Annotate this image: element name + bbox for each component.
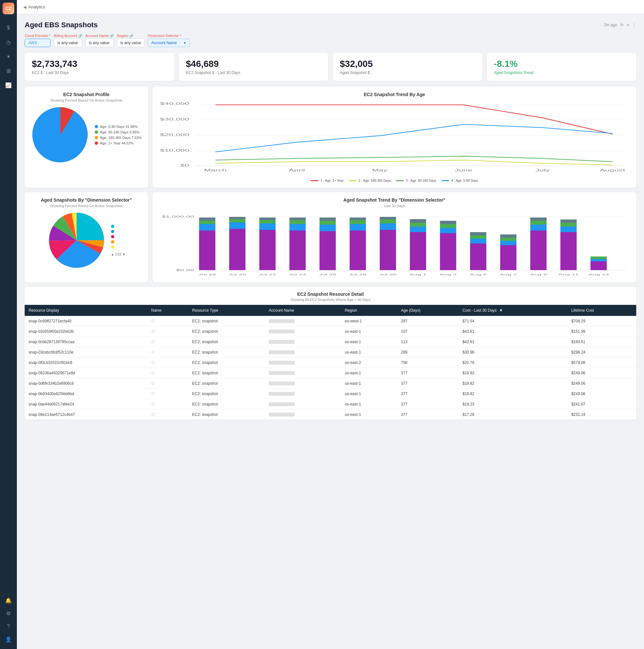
table-row: snap-0b93400e825feb6bd ∅ EC2: snapshot u… — [25, 389, 636, 399]
svg-rect-39 — [319, 218, 336, 221]
cell-type: EC2: snapshot — [188, 347, 265, 357]
cell-type: EC2: snapshot — [188, 399, 265, 409]
cell-age: 289 — [397, 347, 459, 357]
table-row: snap-02c659f00a102eb3b ∅ EC2: snapshot u… — [25, 326, 636, 337]
col-cost-30[interactable]: Cost - Last 30 Days ▼ — [459, 305, 567, 316]
svg-text:$20,000: $20,000 — [160, 133, 190, 137]
account-name-button[interactable]: is any value — [85, 39, 113, 47]
col-lifetime[interactable]: Lifetime Cost — [567, 305, 636, 316]
cell-lifetime: $708.29 — [567, 316, 636, 326]
cell-region: us-east-1 — [341, 389, 397, 399]
svg-text:Jul 30: Jul 30 — [379, 273, 396, 276]
back-arrow-icon[interactable]: ◀ — [24, 5, 26, 9]
metric-value-0: $2,733,743 — [32, 59, 167, 69]
ec2-trend-by-age-card: EC2 Snapshot Trend By Age $40,000 $30,00… — [152, 87, 636, 188]
svg-text:April: April — [288, 169, 305, 172]
sidebar-icon-clock[interactable]: ◷ — [3, 36, 14, 48]
metric-value-2: $32,005 — [340, 59, 475, 69]
dim-legend-2 — [111, 230, 114, 233]
more-icon[interactable]: ⋮ — [632, 23, 636, 27]
cell-account — [265, 357, 341, 368]
table-subtitle: Showing All EC2 Snapshots Where Age > 90… — [31, 298, 630, 302]
aged-trend-title: Aged Snapshot Trend By "Dimension Select… — [158, 198, 630, 203]
svg-rect-65 — [531, 225, 547, 230]
svg-rect-49 — [410, 227, 426, 232]
svg-rect-35 — [289, 218, 306, 220]
cell-type: EC2: snapshot — [188, 326, 265, 337]
sidebar-icon-dollar[interactable]: $ — [3, 22, 14, 34]
legend-item-2: Age: 180-365 Days 7.53% — [95, 136, 141, 140]
region-label: Region 🔗 — [117, 34, 144, 38]
col-resource-display[interactable]: Resource Display — [25, 305, 147, 316]
cell-account — [265, 378, 341, 389]
sidebar-icon-gear[interactable]: ⚙ — [3, 607, 14, 619]
cell-lifetime: $241.67 — [567, 399, 636, 409]
sidebar-icon-grid[interactable]: ⊞ — [3, 65, 14, 77]
cell-type: EC2: snapshot — [188, 357, 265, 368]
metric-label-1: EC2 Snapshot $ - Last 30 Days — [186, 71, 321, 75]
svg-rect-57 — [470, 239, 486, 244]
svg-rect-62 — [500, 237, 516, 241]
svg-rect-67 — [531, 218, 547, 221]
table-row: snap-0f0c432022cf91bc8 ∅ EC2: snapshot u… — [25, 357, 636, 368]
cell-cost30: $19.23 — [459, 399, 567, 409]
filter-icon[interactable]: ≡ — [627, 23, 629, 27]
svg-text:Aug 9: Aug 9 — [530, 273, 547, 276]
svg-rect-69 — [560, 227, 577, 232]
svg-text:May: May — [372, 169, 387, 172]
svg-text:June: June — [455, 169, 472, 172]
col-age[interactable]: Age (Days) — [397, 305, 459, 316]
sidebar-icon-help[interactable]: ? — [3, 620, 14, 632]
account-name-label: Account Name 🔗 — [85, 34, 113, 38]
ec2-profile-subtitle: Showing Percent Based On Active Snapshot… — [31, 98, 142, 102]
stacked-bar-svg: $1,000.00 $0.00 — [158, 211, 630, 276]
legend-line-yellow — [349, 180, 357, 181]
sidebar-icon-chart[interactable]: 📈 — [3, 79, 14, 91]
cell-resource: snap-0ae44d06217afee24 — [25, 399, 147, 409]
cell-lifetime: $298.24 — [567, 347, 636, 357]
cell-age: 377 — [397, 378, 459, 389]
content-area: Aged EBS Snapshots 2m ago ↻ ≡ ⋮ Cloud Pr… — [17, 14, 644, 649]
cell-age: 377 — [397, 399, 459, 409]
region-button[interactable]: is any value — [117, 39, 144, 47]
cell-lifetime: $249.06 — [567, 389, 636, 399]
cloud-provider-button[interactable]: AWS — [25, 39, 51, 47]
cloud-provider-filter: Cloud Provider * AWS — [25, 34, 51, 47]
col-name[interactable]: Name — [147, 305, 188, 316]
svg-rect-45 — [380, 223, 396, 230]
top-navigation: ◀ Analytics — [17, 0, 644, 14]
refresh-icon[interactable]: ↻ — [620, 23, 624, 27]
metric-value-3: -8.1% — [494, 59, 629, 69]
metric-label-3: Aged Snapshots Trend — [494, 71, 629, 75]
main-content: ◀ Analytics Aged EBS Snapshots 2m ago ↻ … — [17, 0, 644, 649]
dimension-selector-dropdown[interactable]: Account Name ▼ — [148, 39, 190, 47]
resource-detail-table-card: EC2 Snapshot Resource Detail Showing All… — [25, 287, 636, 420]
resource-detail-table: Resource Display Name Resource Type Acco… — [25, 305, 636, 420]
svg-text:Aug 11: Aug 11 — [558, 273, 579, 276]
cell-lifetime: $231.14 — [567, 409, 636, 420]
metric-card-3: -8.1% Aged Snapshots Trend — [487, 53, 637, 81]
cell-cost30: $19.82 — [459, 389, 567, 399]
sidebar-icon-user[interactable]: 👤 — [3, 634, 14, 645]
svg-text:$40,000: $40,000 — [160, 102, 190, 105]
dimension-pie-container: ▲ 1/16 ▼ — [31, 211, 142, 269]
aged-dimension-title: Aged Snapshots By "Dimension Selector" — [31, 198, 142, 203]
svg-text:Jul 22: Jul 22 — [259, 273, 276, 276]
col-resource-type[interactable]: Resource Type — [188, 305, 265, 316]
svg-rect-33 — [289, 224, 306, 230]
col-account-name[interactable]: Account Name — [265, 305, 341, 316]
table-row: snap-06236a49329671e8d ∅ EC2: snapshot u… — [25, 368, 636, 378]
app-logo[interactable]: CZ — [3, 3, 14, 14]
billing-account-button[interactable]: is any value — [54, 39, 82, 47]
cell-resource: snap-02c659f00a102eb3b — [25, 326, 147, 337]
svg-rect-51 — [410, 219, 426, 223]
col-region[interactable]: Region — [341, 305, 397, 316]
cell-cost30: $19.82 — [459, 368, 567, 378]
svg-text:Jul 24: Jul 24 — [289, 273, 307, 276]
cell-account — [265, 347, 341, 357]
svg-rect-37 — [319, 225, 336, 231]
aged-snapshot-trend-card: Aged Snapshot Trend By "Dimension Select… — [152, 192, 636, 283]
svg-rect-54 — [440, 224, 456, 228]
sidebar-icon-bulb[interactable]: ☀ — [3, 51, 14, 62]
sidebar-icon-bell[interactable]: 🔔 — [3, 595, 14, 606]
